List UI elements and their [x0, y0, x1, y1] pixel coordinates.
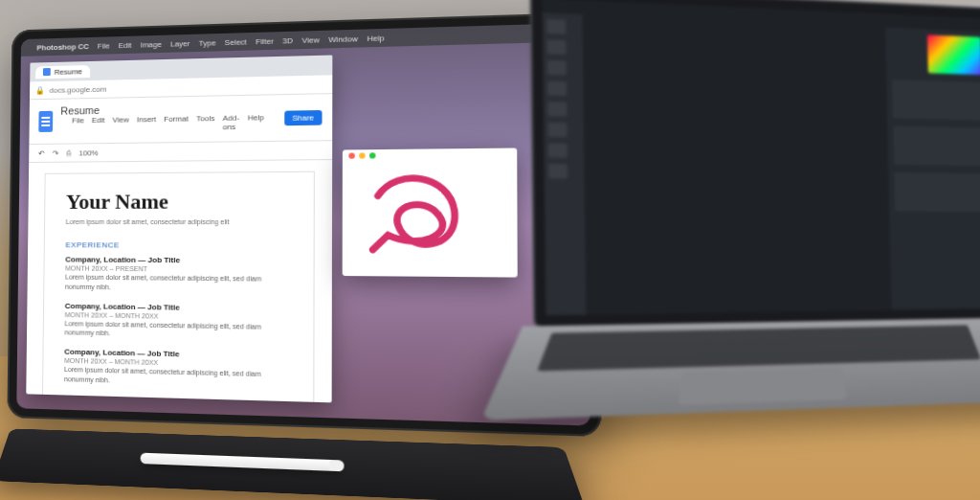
menu-help[interactable]: Help	[368, 34, 385, 43]
color-picker[interactable]	[927, 34, 980, 75]
menu-window[interactable]: Window	[328, 34, 358, 43]
menu-layer[interactable]: Layer	[170, 38, 189, 48]
document-page[interactable]: Your Name Lorem ipsum dolor sit amet, co…	[42, 172, 314, 403]
tool-icon[interactable]	[548, 164, 568, 178]
redo-icon[interactable]: ↷	[53, 148, 59, 157]
tool-icon[interactable]	[548, 143, 568, 157]
docs-menu-tools[interactable]: Tools	[196, 114, 214, 132]
docs-menu-file[interactable]: File	[72, 116, 84, 133]
url-text: docs.google.com	[50, 84, 107, 94]
photoshop-panels[interactable]	[885, 28, 980, 310]
layers-panel[interactable]	[892, 80, 980, 121]
menu-image[interactable]: Image	[140, 39, 162, 49]
undo-icon[interactable]: ↶	[38, 148, 45, 157]
resume-tagline: Lorem ipsum dolor sit amet, consectetur …	[66, 218, 292, 225]
close-icon[interactable]	[348, 152, 354, 158]
properties-panel[interactable]	[893, 125, 980, 166]
menu-view[interactable]: View	[302, 35, 320, 45]
experience-entry: Company, Location — Job Title MONTH 20XX…	[64, 301, 291, 342]
browser-tab[interactable]: Resume	[35, 64, 90, 78]
zoom-icon[interactable]	[369, 152, 376, 158]
google-docs-window: Resume 🔒 docs.google.com Resume File Edi…	[26, 56, 332, 403]
macbook-device	[519, 0, 980, 489]
tool-icon[interactable]	[547, 39, 567, 55]
docs-menu-view[interactable]: View	[112, 115, 128, 132]
entry-body: Lorem ipsum dolor sit amet, consectetur …	[65, 273, 291, 295]
section-education: EDUCATION	[64, 399, 291, 402]
lock-icon: 🔒	[35, 86, 45, 95]
tool-icon[interactable]	[547, 60, 567, 76]
docs-favicon-icon	[43, 68, 51, 76]
entry-heading: Company, Location — Job Title	[65, 255, 291, 265]
menu-file[interactable]: File	[98, 41, 110, 50]
macbook-keyboard-deck	[480, 318, 980, 420]
zoom-select[interactable]: 100%	[78, 148, 98, 157]
menu-select[interactable]: Select	[225, 37, 247, 47]
photoshop-toolbar[interactable]	[543, 12, 586, 315]
macbook-screen	[543, 0, 980, 315]
menu-filter[interactable]: Filter	[256, 36, 274, 46]
docs-menu-addons[interactable]: Add-ons	[223, 114, 240, 132]
tool-icon[interactable]	[548, 123, 568, 138]
tool-icon[interactable]	[546, 19, 566, 34]
print-icon[interactable]: ⎙	[66, 148, 71, 157]
docs-menu-edit[interactable]: Edit	[92, 116, 105, 133]
section-experience: EXPERIENCE	[65, 240, 291, 250]
docs-menu-help[interactable]: Help	[248, 113, 264, 131]
keyboard[interactable]	[537, 325, 980, 371]
history-panel[interactable]	[894, 172, 980, 212]
trackpad[interactable]	[679, 368, 848, 405]
menu-type[interactable]: Type	[199, 38, 216, 48]
tool-icon[interactable]	[547, 102, 567, 117]
mac-menubar[interactable]: Photoshop CC File Edit Image Layer Type …	[21, 23, 588, 57]
docs-menu-format[interactable]: Format	[164, 114, 189, 132]
entry-body: Lorem ipsum dolor sit amet, consectetur …	[64, 365, 291, 390]
experience-entry: Company, Location — Job Title MONTH 20XX…	[64, 348, 291, 391]
docs-toolbar[interactable]: ↶ ↷ ⎙ 100%	[29, 140, 332, 163]
experience-entry: Company, Location — Job Title MONTH 20XX…	[65, 255, 291, 294]
drawing-canvas[interactable]	[353, 161, 507, 266]
entry-body: Lorem ipsum dolor sit amet, consectetur …	[64, 319, 291, 342]
resume-name: Your Name	[66, 189, 292, 215]
tab-title: Resume	[55, 67, 82, 77]
menu-edit[interactable]: Edit	[119, 40, 132, 49]
share-button[interactable]: Share	[284, 109, 323, 125]
menu-3d[interactable]: 3D	[282, 35, 293, 45]
ipad-device: Photoshop CC File Edit Image Layer Type …	[7, 12, 579, 430]
menubar-app[interactable]: Photoshop CC	[36, 42, 89, 52]
tool-icon[interactable]	[547, 80, 567, 96]
docs-menu-insert[interactable]: Insert	[137, 115, 156, 133]
artwork-window[interactable]	[343, 148, 518, 277]
google-docs-logo-icon[interactable]	[38, 111, 53, 132]
docs-menu-bar: File Edit View Insert Format Tools Add-o…	[60, 113, 276, 138]
minimize-icon[interactable]	[359, 152, 366, 158]
